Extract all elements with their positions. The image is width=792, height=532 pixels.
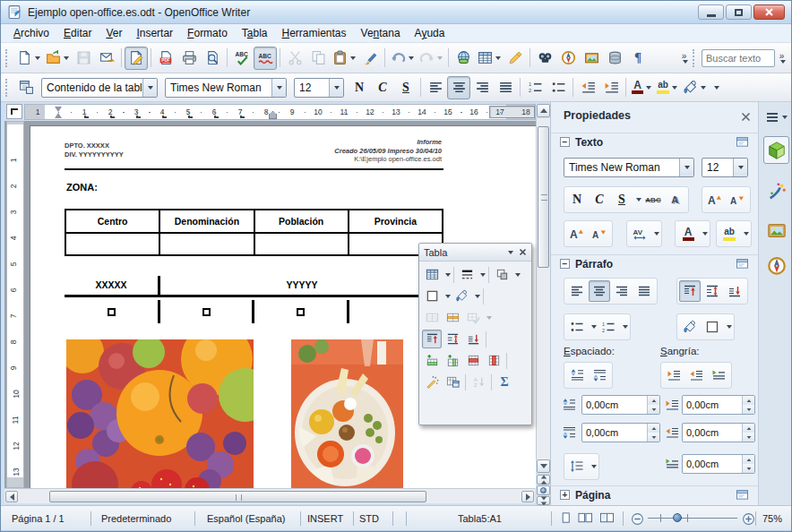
- border-button[interactable]: [702, 316, 723, 338]
- first-line-indent-field[interactable]: 0,00cm: [682, 454, 755, 474]
- table-header-centro[interactable]: Centro: [66, 210, 160, 234]
- indent-marker-top[interactable]: [55, 107, 62, 112]
- data-sources-button[interactable]: [603, 47, 626, 70]
- shadow-button[interactable]: AA: [665, 189, 686, 210]
- search-toolbar-overflow-button[interactable]: »: [775, 53, 788, 64]
- zoom-in-button[interactable]: [741, 512, 756, 528]
- status-table-cell[interactable]: Tabla5:A1: [458, 506, 502, 531]
- tab-gallery[interactable]: [763, 217, 789, 245]
- tab-stop-marker[interactable]: [110, 116, 115, 118]
- document-image-fruits[interactable]: [66, 339, 254, 488]
- background-color-button[interactable]: [452, 287, 471, 305]
- align-right-button[interactable]: [611, 280, 633, 302]
- dropdown-arrow-icon[interactable]: [654, 232, 659, 236]
- table-header-provincia[interactable]: Provincia: [349, 210, 442, 234]
- tabla-toolbar-titlebar[interactable]: Tabla: [419, 244, 531, 262]
- table-header-xxxxx[interactable]: XXXXX: [65, 276, 160, 295]
- tab-properties[interactable]: [763, 136, 789, 164]
- view-book-button[interactable]: [599, 511, 615, 527]
- align-bottom-button[interactable]: [463, 330, 483, 348]
- paragraph-style-combo[interactable]: Contenido de la tabla: [41, 78, 158, 98]
- table-header-poblacion[interactable]: Población: [255, 210, 349, 234]
- subscript-button[interactable]: A: [589, 223, 610, 245]
- minimize-button[interactable]: [698, 4, 724, 20]
- autospellcheck-button[interactable]: ABC: [254, 47, 277, 70]
- document-image-salad[interactable]: [291, 339, 403, 488]
- document-table-xy-row[interactable]: [65, 300, 443, 323]
- before-indent-field[interactable]: 0,00cm: [682, 395, 755, 415]
- grow-font-button[interactable]: A: [704, 189, 726, 210]
- toolbar-grip[interactable]: [5, 49, 10, 67]
- dropdown-arrow-icon[interactable]: [445, 295, 451, 298]
- search-input[interactable]: [702, 49, 775, 67]
- strikethrough-button[interactable]: ABC: [642, 189, 664, 210]
- line-spacing-button[interactable]: [566, 456, 588, 477]
- vertical-scrollbar[interactable]: [536, 118, 550, 459]
- new-document-button[interactable]: [14, 47, 43, 70]
- toolbar-options-arrow-icon[interactable]: [714, 86, 719, 90]
- spinner-buttons[interactable]: [742, 455, 754, 473]
- undo-button[interactable]: [388, 47, 417, 70]
- toolbar-menu-arrow-icon[interactable]: [508, 251, 513, 254]
- tab-navigator[interactable]: [763, 251, 789, 279]
- table-properties-button[interactable]: [443, 373, 462, 391]
- menu-item-archivo[interactable]: Archivo: [6, 25, 56, 41]
- dropdown-arrow-icon[interactable]: [591, 465, 597, 468]
- tab-type-selector[interactable]: [6, 104, 22, 119]
- borders-button[interactable]: [492, 265, 512, 284]
- menu-item-herramientas[interactable]: Herramientas: [275, 25, 354, 41]
- decrease-indent-button[interactable]: [685, 365, 707, 386]
- table-cell[interactable]: [160, 300, 254, 323]
- sidebar-close-icon[interactable]: [740, 111, 752, 123]
- status-page-style[interactable]: Predeterminado: [101, 506, 171, 531]
- insert-column-button[interactable]: [443, 351, 462, 370]
- view-multiple-pages-button[interactable]: [578, 511, 593, 527]
- below-spacing-field[interactable]: 0,00cm: [581, 423, 660, 442]
- form-checkbox[interactable]: [297, 308, 305, 316]
- view-single-page-button[interactable]: [558, 511, 573, 527]
- expand-icon[interactable]: +: [560, 490, 570, 500]
- toolbar-grip[interactable]: [693, 49, 697, 67]
- menu-item-ayuda[interactable]: Ayuda: [408, 25, 452, 41]
- bullet-list-button[interactable]: [566, 316, 588, 338]
- tab-stop-marker[interactable]: [84, 116, 89, 118]
- delete-row-button[interactable]: [463, 351, 483, 370]
- menu-item-tabla[interactable]: Tabla: [235, 25, 275, 41]
- highlight-button[interactable]: ab: [719, 223, 740, 245]
- table-cell[interactable]: [254, 300, 349, 323]
- zoom-slider-thumb[interactable]: [673, 513, 682, 522]
- dropdown-arrow-icon[interactable]: [591, 325, 597, 329]
- spinner-buttons[interactable]: [742, 424, 754, 442]
- font-color-button[interactable]: A: [677, 223, 699, 245]
- section-header-parrafo[interactable]: − Párrafo: [551, 254, 758, 272]
- line-style-button[interactable]: [457, 265, 477, 284]
- insert-table-button[interactable]: [475, 47, 504, 70]
- doc-header-left[interactable]: DPTO. XXXXX DIV. YYYYYYYYYY: [65, 142, 124, 159]
- align-center-button[interactable]: [589, 280, 610, 302]
- paste-button[interactable]: [330, 47, 358, 70]
- bullet-list-button[interactable]: [547, 76, 570, 99]
- align-center-button[interactable]: [447, 76, 470, 99]
- indent-marker-bottom[interactable]: [55, 113, 62, 118]
- table-empty-cell[interactable]: [66, 234, 160, 254]
- insert-table-button[interactable]: [422, 265, 442, 284]
- sidebar-font-size-combo[interactable]: 12: [702, 158, 748, 177]
- dropdown-arrow-icon[interactable]: [623, 325, 628, 329]
- tab-stop-marker[interactable]: [136, 116, 141, 118]
- form-checkbox[interactable]: [108, 308, 116, 316]
- open-button[interactable]: [43, 47, 72, 70]
- tab-styles[interactable]: [763, 177, 789, 205]
- table-empty-cell[interactable]: [255, 234, 349, 254]
- menu-item-ventana[interactable]: Ventana: [354, 25, 408, 41]
- shrink-font-button[interactable]: A: [727, 189, 748, 210]
- menu-item-ver[interactable]: Ver: [99, 25, 129, 41]
- hyperlink-button[interactable]: [452, 47, 475, 70]
- find-replace-button[interactable]: [533, 47, 556, 70]
- dropdown-arrow-icon[interactable]: [480, 273, 486, 277]
- document-table-centros[interactable]: Centro Denominación Población Provincia: [65, 209, 443, 256]
- dropdown-arrow-icon[interactable]: [475, 295, 480, 298]
- dialog-launcher-icon[interactable]: [736, 258, 749, 270]
- status-insert-mode[interactable]: INSERT: [307, 506, 343, 531]
- table-cell[interactable]: [65, 300, 160, 323]
- combo-arrow-button[interactable]: [329, 79, 343, 97]
